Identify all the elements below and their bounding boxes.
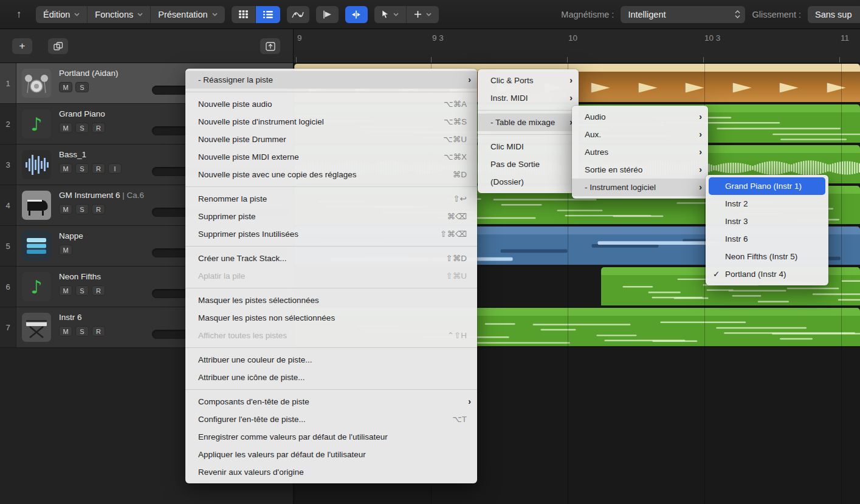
track-m-button[interactable]: M	[59, 285, 72, 296]
edition-menu-button[interactable]: Édition	[36, 6, 87, 23]
menu-item[interactable]: Audio›	[572, 108, 708, 126]
menu-item[interactable]: Grand Piano (Instr 1)	[709, 177, 825, 195]
add-track-button[interactable]: +	[12, 38, 32, 54]
track-r-button[interactable]: R	[92, 163, 105, 174]
menu-item-label: Renommer la piste	[198, 194, 267, 203]
menu-item-label: Attribuer une couleur de piste...	[198, 355, 312, 364]
menu-item[interactable]: (Dossier)	[478, 173, 579, 191]
menu-item[interactable]: Instr 6	[706, 230, 828, 248]
menu-item[interactable]: Enregistrer comme valeurs par défaut de …	[185, 428, 477, 446]
menu-item[interactable]: Composants d'en-tête de piste›	[185, 393, 477, 410]
track-r-button[interactable]: R	[92, 204, 105, 214]
menu-item[interactable]: Appliquer les valeurs par défaut de l'ut…	[185, 446, 477, 463]
duplicate-track-button[interactable]	[48, 38, 68, 54]
track-s-button[interactable]: S	[75, 82, 89, 92]
menu-item[interactable]: Configurer l'en-tête de piste...⌥T	[185, 410, 477, 428]
menu-item[interactable]: Instr. MIDI›	[478, 89, 579, 107]
track-i-button[interactable]: I	[108, 163, 122, 174]
fonctions-menu-button[interactable]: Fonctions	[87, 6, 150, 23]
menu-item[interactable]: Nouvelle piste Drummer⌥⌘U	[185, 131, 477, 148]
track-r-button[interactable]: R	[92, 285, 105, 296]
checkmark-icon: ✓	[713, 265, 720, 283]
menu-item[interactable]: ✓Portland (Instr 4)	[706, 265, 828, 283]
menu-item[interactable]: Supprimer pistes Inutilisées⇧⌘⌫	[185, 225, 477, 243]
magnetisme-select[interactable]: Intelligent	[621, 6, 745, 23]
music-note-icon[interactable]: ♪	[16, 104, 53, 144]
menu-item[interactable]: Clic & Ports›	[478, 72, 579, 89]
crosshair-tool-button[interactable]	[406, 6, 439, 23]
track-s-button[interactable]: S	[75, 326, 89, 336]
menu-item-label: Pas de Sortie	[490, 160, 540, 169]
track-m-button[interactable]: M	[59, 82, 72, 92]
automation-button[interactable]	[287, 6, 309, 23]
menu-item[interactable]: Masquer les pistes sélectionnées	[185, 291, 477, 309]
menu-item-label: Grand Piano (Instr 1)	[725, 182, 802, 191]
track-s-button[interactable]: S	[75, 163, 89, 174]
menu-item[interactable]: Nouvelle piste MIDI externe⌥⌘X	[185, 148, 477, 166]
track-r-button[interactable]: R	[92, 123, 105, 133]
menu-item[interactable]: Attribuer une couleur de piste...	[185, 351, 477, 369]
submenu-arrow-icon: ›	[468, 393, 471, 410]
menu-item[interactable]: Autres›	[572, 143, 708, 161]
menu-item[interactable]: Instr 2	[706, 195, 828, 213]
waveform-icon[interactable]	[16, 145, 53, 185]
menu-item[interactable]: Sortie en stéréo›	[572, 161, 708, 179]
track-m-button[interactable]: M	[59, 245, 72, 255]
menu-item[interactable]: Masquer les pistes non sélectionnées	[185, 309, 477, 327]
flex-button[interactable]	[316, 6, 339, 23]
keyboard-icon[interactable]	[16, 307, 53, 347]
track-m-button[interactable]: M	[59, 163, 72, 174]
list-view-button[interactable]	[255, 6, 280, 23]
menu-item[interactable]: Créer une Track Stack...⇧⌘D	[185, 250, 477, 267]
menu-item[interactable]: Revenir aux valeurs d'origine	[185, 463, 477, 481]
track-number: 6	[0, 267, 16, 307]
track-s-button[interactable]: S	[75, 123, 89, 133]
menu-item[interactable]: - Réassigner la piste›	[185, 71, 477, 89]
menu-item-label: Nouvelle piste audio	[198, 100, 272, 109]
track-m-button[interactable]: M	[59, 204, 72, 214]
plus-icon: +	[19, 40, 26, 52]
track-m-button[interactable]: M	[59, 326, 72, 336]
track-s-button[interactable]: S	[75, 285, 89, 296]
menu-item[interactable]: Supprimer piste⌘⌫	[185, 208, 477, 225]
edition-menu-label: Édition	[43, 10, 70, 19]
menu-item[interactable]: Nouvelle piste d'instrument logiciel⌥⌘S	[185, 113, 477, 131]
drum-kit-icon[interactable]	[16, 63, 53, 103]
pointer-tool-button[interactable]	[374, 6, 406, 23]
submenu-arrow-icon: ›	[569, 72, 573, 89]
hide-library-button[interactable]: ↑	[9, 6, 29, 22]
menu-item-label: - Réassigner la piste	[198, 75, 273, 84]
track-s-button[interactable]: S	[75, 204, 89, 214]
menu-item[interactable]: Aux.›	[572, 126, 708, 143]
grid-view-button[interactable]	[232, 6, 255, 23]
menu-item[interactable]: Instr 3	[706, 213, 828, 230]
menu-item[interactable]: Attribuer une icône de piste...	[185, 369, 477, 386]
menu-item[interactable]: - Table de mixage›	[478, 114, 579, 131]
menu-item[interactable]: Renommer la piste⇧↩	[185, 190, 477, 208]
magnetisme-value: Intelligent	[628, 10, 666, 19]
magnetisme-label: Magnétisme :	[561, 10, 614, 19]
menu-item[interactable]: Clic MIDI	[478, 138, 579, 155]
bar-ruler[interactable]: 99 31010 311	[294, 29, 860, 63]
glissement-select[interactable]: Sans sup	[808, 6, 860, 23]
menu-separator	[185, 92, 477, 92]
menu-item[interactable]: Nouvelle piste avec une copie des réglag…	[185, 166, 477, 183]
track-r-button[interactable]: R	[92, 326, 105, 336]
menu-item[interactable]: Pas de Sortie	[478, 155, 579, 173]
track-m-button[interactable]: M	[59, 123, 72, 133]
menu-item[interactable]: - Instrument logiciel›	[572, 179, 708, 196]
menu-separator	[185, 347, 477, 348]
submenu-arrow-icon: ›	[699, 108, 702, 126]
folder-icon[interactable]	[16, 226, 53, 266]
grand-piano-icon[interactable]	[16, 185, 53, 225]
music-note-icon[interactable]: ♪	[16, 267, 53, 307]
submenu-arrow-icon: ›	[699, 161, 702, 179]
tool-selector-group	[374, 6, 439, 23]
menu-item[interactable]: Nouvelle piste audio⌥⌘A	[185, 95, 477, 113]
catch-playhead-button[interactable]	[345, 6, 368, 23]
track-header-options-button[interactable]	[260, 38, 280, 54]
ruler-mark-label: 9	[297, 33, 302, 43]
presentation-menu-button[interactable]: Présentation	[150, 6, 224, 23]
ruler-tick	[567, 57, 568, 63]
menu-item[interactable]: Neon Fifths (Instr 5)	[706, 248, 828, 265]
